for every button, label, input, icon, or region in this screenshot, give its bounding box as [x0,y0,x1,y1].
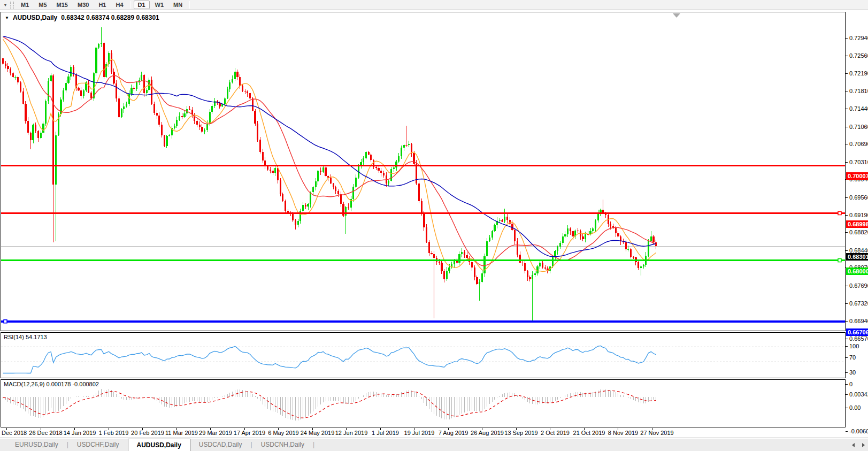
chart-shift-marker-icon[interactable] [673,13,680,18]
ma-fast-line [3,39,656,272]
price-tick-label: 0.71810 [849,88,868,94]
toolbar-dropdown-icon[interactable]: ▼ [1,1,10,9]
axis-tick [846,408,848,408]
timeframe-button-w1[interactable]: W1 [151,1,168,9]
axis-tick [846,144,848,144]
macd-canvas[interactable] [1,380,845,427]
tab-usdchf[interactable]: USDCHF,Daily [68,438,128,451]
price-tick-label: 0.68820 [849,229,868,235]
axis-tick [846,127,848,127]
axis-tick [846,232,848,233]
date-label: 26 Dec 2018 [29,430,62,436]
chart-title: ▼ AUDUSD,Daily 0.68342 0.68374 0.68289 0… [5,14,159,21]
date-label: 17 Apr 2019 [234,430,265,436]
price-tick-label: 0.66570 [849,335,868,342]
timeframe-button-h4[interactable]: H4 [111,1,127,9]
current-price-badge: 0.68301 [846,253,868,261]
ma-slow-line [3,36,656,257]
date-axis[interactable]: 7 Dec 201826 Dec 201814 Jan 20191 Feb 20… [0,428,845,438]
price-tick-label: 0.67690 [849,282,868,289]
rsi-label: RSI(14) 54.1713 [4,334,47,340]
tab-audusd[interactable]: AUDUSD,Daily [128,439,190,451]
price-tick-label: 0.69190 [849,212,868,218]
price-tick-label: 0.72560 [849,52,868,59]
price-badge-0.70007: 0.70007 [846,172,868,180]
date-label: 27 Nov 2019 [640,430,673,436]
rsi-tick-label: 70 [849,354,856,361]
axis-tick [846,38,848,39]
macd-panel[interactable]: MACD(12,26,9) 0.000178 -0.000802 [1,379,846,427]
price-tick-label: 0.72940 [849,35,868,41]
axis-tick [846,250,848,251]
hline-handle-0.66706[interactable] [4,320,7,323]
tab-usdcad[interactable]: USDCAD,Daily [190,438,251,451]
date-label: 1 Feb 2019 [99,430,129,436]
price-tick-label: 0.68440 [849,247,868,254]
main-chart-panel[interactable]: ▼ AUDUSD,Daily 0.68342 0.68374 0.68289 0… [1,12,846,331]
rsi-panel[interactable]: RSI(14) 54.1713 [1,332,846,378]
date-label: 7 Dec 2018 [0,430,27,436]
tab-usdcnh[interactable]: USDCNH,Daily [252,438,313,451]
price-axis[interactable]: 0.729400.725600.721900.718100.714400.710… [846,11,868,428]
toolbar-grip-handle[interactable] [10,2,14,9]
axis-tick [846,346,848,347]
date-label: 6 May 2019 [268,430,298,436]
macd-tick-label: -0.006069 [849,428,868,434]
date-label: 2 Oct 2019 [541,430,570,436]
axis-tick [846,91,848,91]
chart-ohlc-values: 0.68342 0.68374 0.68289 0.68301 [61,14,159,21]
axis-tick [846,431,848,432]
axis-tick [846,357,848,358]
date-label: 8 Nov 2019 [608,430,638,436]
timeframe-button-mn[interactable]: MN [169,1,187,9]
axis-tick [846,384,848,385]
axis-tick [846,109,848,109]
chart-title-arrow-icon[interactable]: ▼ [5,16,9,20]
timeframe-button-d1[interactable]: D1 [134,1,150,9]
tab-eurusd[interactable]: EURUSD,Daily [6,438,67,451]
date-label: 13 Sep 2019 [504,430,537,436]
date-label: 11 Mar 2019 [165,430,198,436]
timeframe-toolbar: ▼ M1M5M15M30H1H4D1W1MN [0,0,868,10]
price-badge-0.66706: 0.66706 [846,328,868,336]
axis-tick [846,394,848,395]
chart-tab-bar: EURUSD,Daily|USDCHF,DailyAUDUSD,DailyUSD… [0,438,868,451]
axis-tick [846,372,848,373]
date-label: 14 Jan 2019 [64,430,96,436]
rsi-tick-label: 0 [849,381,852,387]
axis-tick [846,215,848,216]
chart-area: ▼ AUDUSD,Daily 0.68342 0.68374 0.68289 0… [0,11,868,438]
axis-tick [846,286,848,286]
rsi-tick-label: 100 [849,343,859,349]
hline-handle-0.68000[interactable] [838,259,841,262]
timeframe-button-m15[interactable]: M15 [52,1,72,9]
rsi-canvas[interactable] [1,333,845,378]
date-label: 24 May 2019 [301,430,335,436]
macd-tick-label: 0.003421 [849,391,868,398]
timeframe-button-m1[interactable]: M1 [17,1,33,9]
main-chart-canvas[interactable] [1,12,845,331]
price-tick-label: 0.72190 [849,70,868,77]
tab-scroll-buttons [852,438,865,451]
timeframe-button-m5[interactable]: M5 [34,1,51,9]
price-tick-label: 0.66940 [849,318,868,324]
axis-tick [846,197,848,198]
chart-tabs: EURUSD,Daily|USDCHF,DailyAUDUSD,DailyUSD… [6,438,314,451]
macd-tick-label: 0.00 [849,404,861,411]
tab-scroll-right-icon[interactable] [862,443,865,447]
timeframe-button-h1[interactable]: H1 [94,1,110,9]
macd-signal-line [3,391,656,418]
price-tick-label: 0.71060 [849,124,868,130]
timeframe-buttons: M1M5M15M30H1H4D1W1MN [16,1,187,9]
tab-scroll-left-icon[interactable] [852,443,855,447]
toolbar-separator [189,1,190,9]
axis-tick [846,321,848,322]
chart-symbol-label: AUDUSD,Daily [13,14,57,21]
date-label: 7 Aug 2019 [439,430,468,436]
candles [2,27,657,321]
macd-histogram [3,389,656,421]
hline-handle-0.68998[interactable] [838,212,841,215]
timeframe-button-m30[interactable]: M30 [73,1,93,9]
price-tick-label: 0.71440 [849,105,868,112]
axis-tick [846,162,848,163]
